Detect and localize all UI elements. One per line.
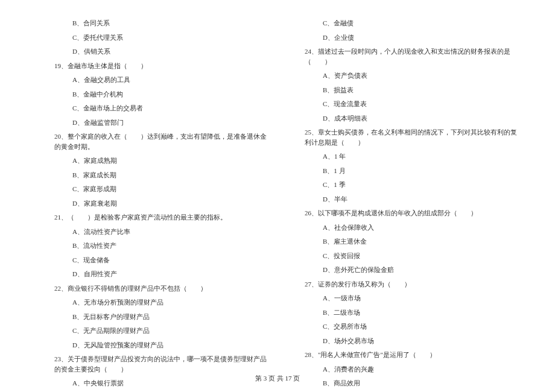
option-text: 金融市场上的交易者 [83,104,143,112]
option-prefix: D、 [72,200,84,207]
option: D、场外交易市场 [305,336,519,346]
option: C、委托代理关系 [54,33,268,43]
question-number: 24、 [305,48,318,55]
option-text: 损益表 [334,86,354,93]
option-prefix: B、 [323,167,334,174]
option: D、供销关系 [54,46,268,57]
option-text: 无风险管控预案的理财产品 [84,341,163,349]
option: D、无风险管控预案的理财产品 [54,340,268,350]
option: C、家庭形成期 [54,184,268,194]
option: C、1 季 [305,180,519,190]
option-prefix: C、 [323,323,334,330]
option: C、金融市场上的交易者 [54,103,268,113]
option-prefix: C、 [72,327,83,334]
option-prefix: A、 [323,153,334,160]
option-text: 无产品期限的理财产品 [83,327,150,334]
option-text: 家庭形成期 [83,185,116,192]
option-text: 流动性资产比率 [84,228,130,235]
option: A、资产负债表 [305,71,519,81]
option: B、金融中介机构 [54,89,268,100]
option-prefix: B、 [323,86,334,93]
question: 26、以下哪项不是构成退休后的年收入的组成部分（ ） [305,208,519,218]
option: B、流动性资产 [54,241,268,251]
question-number: 19、 [54,62,68,69]
option-prefix: C、 [323,181,334,188]
question-text: 关于债券型理财产品投资方向的说法中，哪一项不是债券型理财产品的资金主要投向（ ） [54,355,267,373]
option: C、现金流量表 [305,99,519,109]
option-text: 1 月 [334,167,345,174]
page-footer: 第 3 页 共 17 页 [0,374,555,383]
option-text: 家庭成长期 [83,171,116,179]
option-prefix: C、 [72,256,83,264]
option-text: 无市场分析预测的理财产品 [84,299,163,306]
option-text: 金融交易的工具 [84,76,130,83]
question: 24、描述过去一段时间内，个人的现金收入和支出情况的财务报表的是（ ） [305,46,519,66]
option: C、无产品期限的理财产品 [54,326,268,336]
option-prefix: B、 [323,309,334,316]
option-text: 雇主退休金 [334,238,367,245]
question-text: （ ）是检验客户家庭资产流动性的最主要的指标。 [68,213,227,221]
option: B、雇主退休金 [305,236,519,247]
question-number: 27、 [305,280,318,288]
option: B、二级市场 [305,308,519,318]
option-text: 意外死亡的保险金赔 [334,266,394,273]
option: B、合同关系 [54,18,268,28]
option-text: 金融中介机构 [83,90,123,98]
option-prefix: B、 [72,171,83,179]
option-text: 金融债 [334,19,354,27]
option-text: 场外交易市场 [334,337,374,344]
option: A、金融交易的工具 [54,75,268,85]
option: A、消费者的兴趣 [305,364,519,375]
option: C、投资回报 [305,251,519,261]
question-text: "用名人来做宣传广告"是运用了（ ） [318,351,436,358]
question: 21、（ ）是检验客户家庭资产流动性的最主要的指标。 [54,212,268,223]
option-text: 社会保障收入 [334,224,374,231]
option-prefix: D、 [323,115,334,122]
option: D、成本明细表 [305,113,519,124]
question: 27、证券的发行市场又称为（ ） [305,279,519,289]
question: 20、整个家庭的收入在（ ）达到巅峰，支出有望降低，是准备退休金的黄金时期。 [54,131,268,151]
option-prefix: A、 [72,157,84,164]
option: C、现金储备 [54,255,268,265]
option-prefix: B、 [72,90,83,98]
option-prefix: D、 [72,270,84,277]
question-text: 以下哪项不是构成退休后的年收入的组成部分（ ） [318,209,477,217]
option-text: 投资回报 [334,252,360,259]
question-number: 26、 [305,209,318,217]
option: D、家庭衰老期 [54,198,268,209]
option-text: 半年 [334,195,347,203]
option: D、金融监管部门 [54,118,268,128]
option: C、金融债 [305,18,519,28]
option-prefix: A、 [323,224,334,231]
question-number: 25、 [305,128,318,136]
exam-page: B、合同关系C、委托代理关系D、供销关系19、金融市场主体是指（ ）A、金融交易… [0,0,555,392]
option-text: 成本明细表 [334,115,367,122]
question-text: 证券的发行市场又称为（ ） [318,280,411,288]
left-column: B、合同关系C、委托代理关系D、供销关系19、金融市场主体是指（ ）A、金融交易… [0,18,287,392]
option-text: 流动性资产 [83,242,116,249]
question-number: 23、 [54,355,68,362]
option-text: 现金储备 [83,256,110,264]
option: A、社会保障收入 [305,223,519,233]
option-text: 一级市场 [334,294,361,302]
option-text: 资产负债表 [334,72,367,79]
option-prefix: B、 [72,313,83,320]
option-prefix: D、 [72,341,84,349]
option: D、自用性资产 [54,269,268,279]
question-text: 整个家庭的收入在（ ）达到巅峰，支出有望降低，是准备退休金的黄金时期。 [54,133,267,150]
question: 25、章女士购买债券，在名义利率相同的情况下，下列对其比较有利的复利计息期是（ … [305,127,519,147]
question-number: 28、 [305,351,318,358]
option: A、一级市场 [305,293,519,303]
option-prefix: D、 [323,34,334,41]
question-text: 商业银行不得销售的理财产品中不包括（ ） [68,285,207,292]
option-prefix: C、 [72,185,83,192]
option: B、家庭成长期 [54,170,268,180]
option-prefix: D、 [323,337,334,344]
option-prefix: B、 [72,19,83,27]
page-number: 第 3 页 共 17 页 [255,375,300,382]
option-text: 无目标客户的理财产品 [83,313,150,320]
option-text: 供销关系 [84,48,110,55]
option-prefix: D、 [72,48,84,55]
option: A、流动性资产比率 [54,227,268,237]
option: A、无市场分析预测的理财产品 [54,297,268,308]
